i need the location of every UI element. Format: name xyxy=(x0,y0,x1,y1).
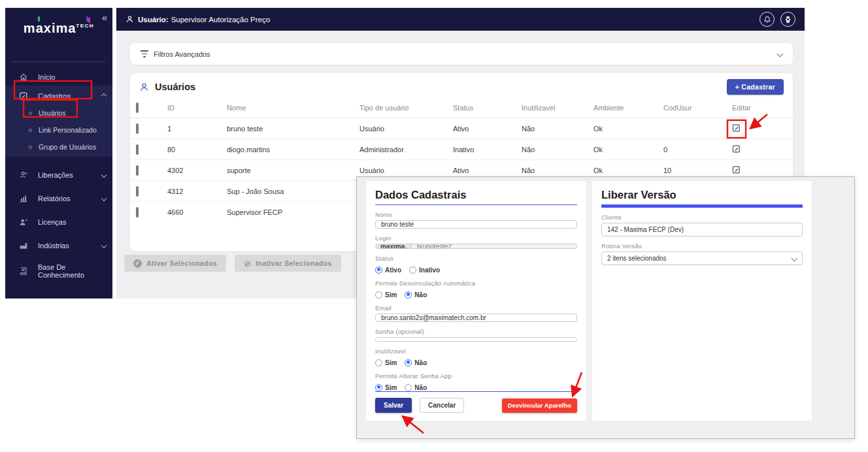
cancel-button[interactable]: Cancelar xyxy=(420,398,464,413)
bullet-icon xyxy=(29,146,32,149)
unlink-device-button[interactable]: Desvincular Aparelho xyxy=(502,398,577,413)
edit-pencil-icon xyxy=(732,144,741,153)
inutilizavel-sim-radio[interactable]: Sim xyxy=(375,359,397,366)
email-input[interactable]: bruno.santo2s@maximatech.com.br xyxy=(375,314,577,322)
radio-icon xyxy=(405,359,412,366)
status-inativo-radio[interactable]: Inativo xyxy=(409,266,440,274)
brand-suffix: TECH xyxy=(76,23,94,29)
row-checkbox[interactable] xyxy=(136,123,139,134)
bell-icon xyxy=(763,16,771,24)
bullet-icon xyxy=(29,129,32,132)
topbar-user: Usuário: Supervisor Autorização Preço xyxy=(125,15,270,24)
activate-selected-button[interactable]: ✓ Ativar Selecionados xyxy=(124,255,226,272)
row-checkbox[interactable] xyxy=(136,186,139,197)
cell-nome: bruno teste xyxy=(221,125,354,133)
person-icon xyxy=(125,15,134,24)
footer-divider-bar xyxy=(375,391,577,392)
row-checkbox[interactable] xyxy=(136,165,139,176)
notifications-button[interactable] xyxy=(760,12,775,27)
filter-icon xyxy=(141,50,148,57)
brand-name: maxima xyxy=(24,21,76,35)
desvinculacao-sim-radio[interactable]: Sim xyxy=(375,291,397,299)
cell-inutilizavel: Não xyxy=(516,146,588,153)
sidebar-item-link-personalizado[interactable]: Link Personalizado xyxy=(5,121,112,138)
radio-icon xyxy=(405,291,412,299)
login-label: Login xyxy=(375,234,577,242)
radio-icon xyxy=(375,359,382,366)
cell-nome: diogo.martins xyxy=(221,146,354,153)
add-user-button[interactable]: + Cadastrar xyxy=(727,79,784,95)
chevron-down-icon xyxy=(101,242,107,248)
cell-nome: suporte xyxy=(221,167,354,174)
cell-ambiente: Ok xyxy=(588,125,658,133)
col-codusur: CodUsur xyxy=(658,104,726,112)
edit-row-button[interactable] xyxy=(732,165,741,174)
factory-icon xyxy=(18,240,29,251)
cell-id: 1 xyxy=(161,125,221,133)
cell-codusur: 0 xyxy=(658,146,726,153)
select-all-checkbox[interactable] xyxy=(136,103,139,113)
sidebar-divider xyxy=(12,61,106,62)
filters-panel[interactable]: Filtros Avançados xyxy=(130,43,793,65)
senha-label: Senha (opcional) xyxy=(375,328,577,335)
cell-nome: Sup - João Sousa xyxy=(221,187,354,195)
sidebar-item-inicio[interactable]: Início xyxy=(5,68,112,86)
chevron-down-icon xyxy=(101,195,107,201)
table-header: ID Nome Tipo de usuário Status Inutiliza… xyxy=(130,97,793,118)
cell-codusur: 10 xyxy=(658,167,726,174)
liberar-versao-title: Liberar Versão xyxy=(601,189,803,201)
rotina-versao-label: Rotina Versão xyxy=(601,242,803,250)
senha-input[interactable] xyxy=(375,337,577,342)
cell-nome: Supervisor FECP xyxy=(221,208,354,216)
col-status: Status xyxy=(447,104,516,112)
login-input[interactable]: maxima. brunoteste2 xyxy=(375,244,577,248)
deactivate-selected-button[interactable]: ⊘ Inativar Selecionados xyxy=(235,255,341,272)
chevron-down-icon[interactable] xyxy=(777,51,784,57)
inutilizavel-nao-radio[interactable]: Não xyxy=(405,359,427,366)
bullet-icon xyxy=(29,112,32,115)
cliente-input[interactable]: 142 - Maxima FECP (Dev) xyxy=(601,223,803,236)
radio-icon xyxy=(375,291,382,299)
edit-row-button[interactable] xyxy=(732,144,741,153)
edit-row-button[interactable] xyxy=(732,123,741,132)
sidebar-item-base-de-conhecimento[interactable]: Base De Conhecimento xyxy=(5,260,112,282)
person-badge-icon xyxy=(18,217,29,227)
alterar-senha-sim-radio[interactable]: Sim xyxy=(375,384,397,391)
save-button[interactable]: Salvar xyxy=(375,398,412,413)
slash-circle-icon: ⊘ xyxy=(244,259,251,268)
radio-icon xyxy=(375,266,382,274)
sidebar: « maximaTECH Início Cadastros Usuários xyxy=(5,8,112,299)
chevron-up-icon xyxy=(101,93,107,98)
sidebar-item-usuarios[interactable]: Usuários xyxy=(5,105,112,121)
col-nome: Nome xyxy=(221,104,354,112)
sidebar-item-licencas[interactable]: Licenças xyxy=(5,213,112,231)
alterar-senha-nao-radio[interactable]: Não xyxy=(405,384,427,391)
logo-green-tick xyxy=(38,16,40,22)
sidebar-item-industrias[interactable]: Indústrias xyxy=(5,236,112,254)
status-label: Status xyxy=(375,255,577,262)
status-ativo-radio[interactable]: Ativo xyxy=(375,266,401,274)
table-row: 80 diogo.martins Administrador Inativo N… xyxy=(130,139,793,160)
cell-tipo: Administrador xyxy=(354,146,447,153)
row-checkbox[interactable] xyxy=(136,207,139,218)
settings-button[interactable] xyxy=(780,12,795,27)
cell-id: 4302 xyxy=(161,167,221,174)
sidebar-item-liberacoes[interactable]: Liberações xyxy=(5,166,112,184)
rotina-versao-select[interactable]: 2 itens selecionados xyxy=(601,251,803,265)
sidebar-item-relatorios[interactable]: Relatórios xyxy=(5,189,112,207)
logo-pink-tick xyxy=(88,18,90,23)
cell-inutilizavel: Não xyxy=(516,125,588,133)
cell-status: Ativo xyxy=(447,167,516,174)
desvinculacao-nao-radio[interactable]: Não xyxy=(405,291,427,299)
sidebar-item-grupo-de-usuarios[interactable]: Grupo de Usuários xyxy=(5,138,112,155)
email-label: Email xyxy=(375,304,577,312)
nome-input[interactable]: bruno teste xyxy=(375,220,577,229)
person-plus-icon xyxy=(18,170,29,180)
filters-label: Filtros Avançados xyxy=(154,50,210,58)
sidebar-item-cadastros[interactable]: Cadastros xyxy=(5,87,112,105)
brand-logo: maximaTECH xyxy=(5,21,112,36)
person-icon xyxy=(139,82,149,92)
row-checkbox[interactable] xyxy=(136,144,139,155)
cell-ambiente: Ok xyxy=(588,167,658,174)
radio-icon xyxy=(409,266,416,274)
